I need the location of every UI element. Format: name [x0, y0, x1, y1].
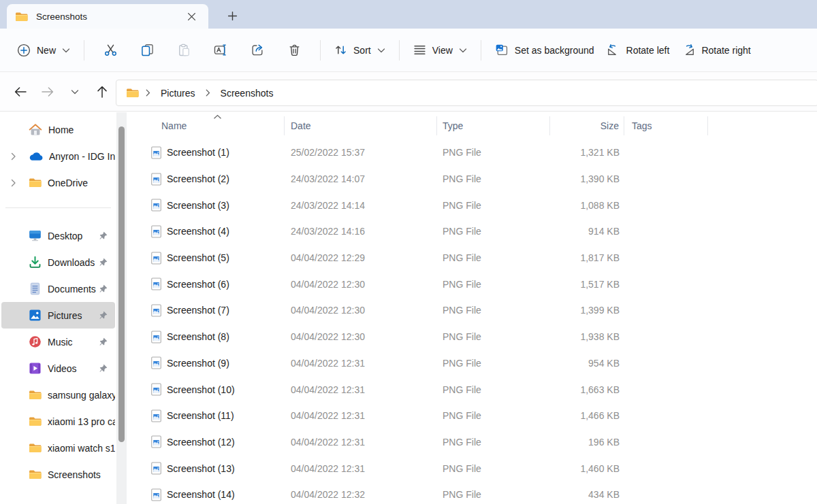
file-row[interactable]: Screenshot (9)04/04/2022 12:31PNG File95…	[127, 350, 817, 377]
folder-icon	[29, 469, 42, 480]
rotate-right-icon	[682, 44, 695, 56]
sidebar-item-samsung-galaxy[interactable]: samsung galaxy	[1, 382, 115, 408]
rename-button[interactable]	[202, 37, 239, 64]
toolbar-divider	[399, 40, 400, 61]
file-date: 04/04/2022 12:29	[285, 245, 437, 271]
view-button[interactable]: View	[407, 37, 473, 64]
chevron-down-icon	[62, 48, 70, 53]
sidebar-item-downloads[interactable]: Downloads	[1, 249, 115, 275]
sidebar-item-xiaomi-13-pro-ca[interactable]: xiaomi 13 pro ca	[1, 408, 115, 435]
file-name: Screenshot (12)	[167, 437, 235, 448]
folder-icon	[29, 178, 42, 188]
file-tags	[624, 455, 708, 482]
file-row[interactable]: Screenshot (6)04/04/2022 12:30PNG File1,…	[127, 271, 817, 297]
file-row[interactable]: Screenshot (14)04/04/2022 12:32PNG File4…	[127, 482, 817, 504]
file-row[interactable]: Screenshot (7)04/04/2022 12:30PNG File1,…	[127, 297, 817, 324]
share-button[interactable]	[239, 37, 276, 64]
file-row[interactable]: Screenshot (11)04/04/2022 12:31PNG File1…	[127, 403, 817, 429]
desktop-icon	[29, 229, 42, 242]
column-header-size[interactable]: Size	[550, 116, 624, 135]
scrollbar-thumb[interactable]	[118, 127, 125, 442]
column-header-type[interactable]: Type	[437, 116, 550, 135]
breadcrumb-item-pictures[interactable]: Pictures	[157, 86, 199, 101]
delete-button[interactable]	[276, 37, 313, 64]
paste-button[interactable]	[165, 37, 202, 64]
column-header-date[interactable]: Date	[285, 116, 437, 135]
sidebar-item-music[interactable]: Music	[1, 329, 115, 355]
file-row[interactable]: Screenshot (3)24/03/2022 14:14PNG File1,…	[127, 192, 817, 218]
new-button[interactable]: New	[11, 37, 76, 64]
sidebar-item-screenshots[interactable]: Screenshots	[1, 461, 115, 488]
file-name: Screenshot (6)	[167, 279, 229, 290]
file-row[interactable]: Screenshot (8)04/04/2022 12:30PNG File1,…	[127, 324, 817, 350]
file-tags	[624, 218, 708, 245]
file-date: 04/04/2022 12:31	[285, 403, 437, 429]
file-row[interactable]: Screenshot (5)04/04/2022 12:29PNG File1,…	[127, 245, 817, 271]
sidebar-item-home[interactable]: Home	[1, 116, 115, 143]
up-button[interactable]	[89, 79, 116, 105]
file-tags	[624, 376, 708, 403]
pin-icon	[99, 311, 108, 320]
sort-button[interactable]: Sort	[328, 37, 391, 64]
file-size: 914 KB	[550, 218, 624, 245]
column-header-row: NameDateTypeSizeTags	[127, 112, 817, 139]
rotate-right-button[interactable]: Rotate right	[675, 37, 756, 64]
file-row[interactable]: Screenshot (2)24/03/2022 14:07PNG File1,…	[127, 166, 817, 192]
tab-screenshots[interactable]: Screenshots	[7, 4, 208, 29]
file-row[interactable]: Screenshot (13)04/04/2022 12:31PNG File1…	[127, 455, 817, 482]
file-name: Screenshot (5)	[167, 252, 229, 263]
back-button[interactable]	[7, 79, 34, 105]
address-bar[interactable]: PicturesScreenshots	[116, 80, 817, 106]
folder-icon	[29, 390, 42, 400]
file-row[interactable]: Screenshot (1)25/02/2022 15:37PNG File1,…	[127, 139, 817, 166]
sidebar-item-xiaomi-watch-s1[interactable]: xiaomi watch s1	[1, 435, 115, 461]
tab-close-button[interactable]	[182, 7, 200, 25]
paste-icon	[178, 44, 191, 56]
pin-icon	[99, 364, 108, 373]
sidebar-item-videos[interactable]: Videos	[1, 355, 115, 382]
png-file-icon	[150, 225, 162, 238]
sidebar-item-documents[interactable]: Documents	[1, 275, 115, 302]
column-header-tags[interactable]: Tags	[624, 116, 708, 135]
file-row[interactable]: Screenshot (12)04/04/2022 12:31PNG File1…	[127, 429, 817, 456]
breadcrumb-item-screenshots[interactable]: Screenshots	[217, 86, 277, 101]
cut-button[interactable]	[92, 37, 129, 64]
new-tab-button[interactable]	[222, 6, 242, 25]
png-file-icon	[150, 488, 162, 501]
pin-icon	[99, 337, 108, 346]
file-date: 04/04/2022 12:31	[285, 429, 437, 456]
rotate-left-button[interactable]: Rotate left	[600, 37, 676, 64]
png-file-icon	[150, 146, 162, 159]
chevron-right-icon[interactable]	[11, 179, 16, 187]
set-background-icon	[495, 44, 509, 56]
up-arrow-icon	[97, 85, 108, 99]
sidebar-item-anyron-idg-inc[interactable]: Anyron - IDG Inc	[1, 143, 115, 169]
chevron-right-icon[interactable]	[11, 152, 16, 161]
file-row[interactable]: Screenshot (4)24/03/2022 14:16PNG File91…	[127, 218, 817, 245]
file-name: Screenshot (1)	[167, 147, 229, 158]
png-file-icon	[150, 173, 162, 186]
file-row[interactable]: Screenshot (10)04/04/2022 12:31PNG File1…	[127, 376, 817, 403]
forward-button[interactable]	[34, 79, 61, 105]
file-size: 1,663 KB	[550, 376, 624, 403]
column-header-name[interactable]: Name	[127, 116, 285, 135]
file-type: PNG File	[437, 403, 550, 429]
sidebar-scrollbar[interactable]	[116, 112, 127, 504]
copy-button[interactable]	[129, 37, 165, 64]
file-date: 24/03/2022 14:07	[285, 166, 437, 192]
file-size: 434 KB	[550, 482, 624, 504]
file-tags	[624, 192, 708, 218]
file-type: PNG File	[437, 455, 550, 482]
file-tags	[624, 350, 708, 377]
set-as-background-button[interactable]: Set as background	[489, 37, 600, 64]
file-type: PNG File	[437, 271, 550, 297]
file-type: PNG File	[437, 218, 550, 245]
rotate-right-button-label: Rotate right	[701, 45, 750, 56]
sort-ascending-icon	[213, 114, 222, 120]
recent-locations-button[interactable]	[61, 79, 89, 105]
close-icon	[187, 12, 196, 21]
file-size: 1,088 KB	[550, 192, 624, 218]
sidebar-item-onedrive[interactable]: OneDrive	[1, 169, 115, 196]
sidebar-item-pictures[interactable]: Pictures	[1, 302, 115, 329]
sidebar-item-desktop[interactable]: Desktop	[1, 222, 115, 249]
